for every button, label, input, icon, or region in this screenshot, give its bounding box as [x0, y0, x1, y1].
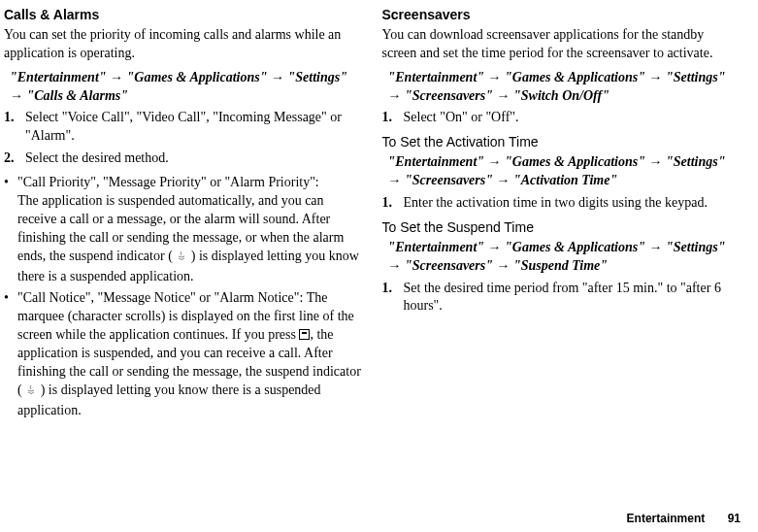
menu-path-switch: "Entertainment" → "Games & Applications"… — [388, 69, 742, 106]
path-seg: "Settings" — [666, 154, 725, 169]
path-seg: "Games & Applications" — [127, 70, 268, 84]
intro-screensavers: You can download screensaver application… — [382, 26, 742, 63]
path-seg: "Switch On/Off" — [513, 88, 610, 103]
step-number: 1. — [4, 109, 25, 127]
step-text: Select the desired method. — [25, 150, 363, 168]
bullet-body-c: ) is displayed letting you know there is… — [17, 382, 321, 417]
arrow-icon: → — [110, 70, 127, 84]
path-seg: "Settings" — [666, 240, 725, 254]
path-seg: "Calls & Alarms" — [27, 88, 129, 103]
subhead-suspend: To Set the Suspend Time — [382, 218, 742, 237]
arrow-icon: → — [496, 173, 513, 187]
section-title-screensavers: Screensavers — [382, 6, 742, 24]
step-item: 2. Select the desired method. — [4, 150, 363, 168]
arrow-icon: → — [388, 173, 406, 187]
path-seg: "Activation Time" — [513, 173, 617, 187]
step-text: Select "On" or "Off". — [404, 109, 742, 127]
subhead-activation: To Set the Activation Time — [382, 133, 742, 151]
arrow-icon: → — [388, 88, 406, 103]
arrow-icon: → — [496, 88, 513, 103]
arrow-icon: → — [488, 240, 506, 254]
path-seg: "Suspend Time" — [513, 258, 608, 273]
section-title-calls: Calls & Alarms — [4, 6, 363, 24]
bullet-item: • "Call Priority", "Message Priority" or… — [4, 174, 363, 285]
footer-page-number: 91 — [728, 512, 741, 525]
bullet-marker: • — [4, 289, 17, 308]
path-seg: "Entertainment" — [388, 240, 485, 254]
arrow-icon: → — [10, 88, 27, 103]
arrow-icon: → — [388, 258, 406, 273]
bullet-head: "Call Notice", "Message Notice" or "Alar… — [17, 290, 303, 305]
arrow-icon: → — [649, 240, 667, 254]
step-number: 2. — [4, 150, 25, 168]
page-footer: Entertainment 91 — [627, 511, 741, 526]
menu-path-calls: "Entertainment" → "Games & Applications"… — [10, 69, 363, 106]
bullet-item: • "Call Notice", "Message Notice" or "Al… — [4, 289, 363, 419]
step-text: Select "Voice Call", "Video Call", "Inco… — [25, 109, 363, 146]
step-number: 1. — [382, 194, 404, 213]
step-item: 1. Select "On" or "Off". — [382, 109, 742, 127]
arrow-icon: → — [271, 70, 288, 84]
step-text: Set the desired time period from "after … — [404, 280, 742, 316]
path-seg: "Screensavers" — [405, 88, 493, 103]
path-seg: "Entertainment" — [388, 70, 485, 84]
step-text: Enter the activation time in two digits … — [404, 194, 742, 213]
bullet-text: "Call Priority", "Message Priority" or "… — [17, 174, 363, 285]
key-icon — [299, 329, 310, 340]
footer-chapter: Entertainment — [627, 512, 706, 525]
bullet-head: "Call Priority", "Message Priority" or "… — [17, 175, 319, 189]
arrow-icon: → — [649, 70, 667, 84]
path-seg: "Settings" — [666, 70, 725, 84]
path-seg: "Screensavers" — [405, 258, 493, 273]
path-seg: "Settings" — [288, 70, 347, 84]
menu-path-suspend: "Entertainment" → "Games & Applications"… — [388, 239, 742, 276]
path-seg: "Entertainment" — [10, 70, 107, 84]
arrow-icon: → — [488, 70, 506, 84]
arrow-icon: → — [488, 154, 506, 169]
java-icon — [25, 383, 37, 402]
path-seg: "Games & Applications" — [505, 154, 645, 169]
path-seg: "Entertainment" — [388, 154, 485, 169]
menu-path-activation: "Entertainment" → "Games & Applications"… — [388, 153, 742, 190]
step-number: 1. — [382, 280, 404, 298]
java-icon — [176, 249, 187, 268]
step-item: 1. Select "Voice Call", "Video Call", "I… — [4, 109, 363, 146]
step-number: 1. — [382, 109, 404, 127]
path-seg: "Games & Applications" — [505, 70, 645, 84]
bullet-text: "Call Notice", "Message Notice" or "Alar… — [17, 289, 363, 419]
arrow-icon: → — [496, 258, 513, 273]
step-item: 1. Enter the activation time in two digi… — [382, 194, 742, 213]
path-seg: "Games & Applications" — [505, 240, 645, 254]
path-seg: "Screensavers" — [405, 173, 493, 187]
bullet-marker: • — [4, 174, 17, 192]
intro-calls: You can set the priority of incoming cal… — [4, 26, 363, 63]
step-item: 1. Set the desired time period from "aft… — [382, 280, 742, 316]
arrow-icon: → — [649, 154, 667, 169]
